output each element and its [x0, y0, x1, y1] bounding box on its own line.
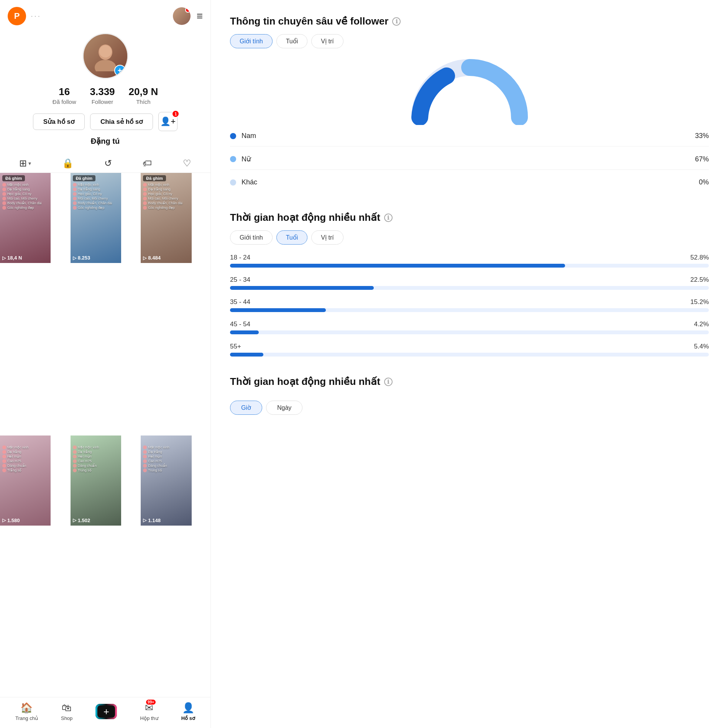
video-text: Dạ trắng: [148, 450, 162, 454]
video-text: Học giỏi, Có ny: [7, 192, 31, 196]
pinned-badge: Đã ghim: [2, 175, 25, 181]
bar-header: 45 - 54 4.2%: [230, 320, 709, 328]
tab-repost[interactable]: ↺: [104, 158, 112, 169]
tab-tagged[interactable]: 🏷: [143, 158, 152, 169]
nav-label: Hộp thư: [140, 715, 158, 721]
stat-follower: 3.339 Follower: [90, 86, 115, 105]
time-tab-Giờ[interactable]: Giờ: [230, 401, 262, 415]
top-bar-left: P ···: [8, 7, 41, 25]
video-text: Góc nghiêng đẹp: [7, 206, 34, 210]
video-cell[interactable]: Mặt mộc xinh Dạ trắng Hết mụn Cao m75 Dá…: [141, 435, 191, 526]
play-icon: ▷: [143, 255, 146, 261]
video-text-line: Hết mụn: [2, 455, 48, 458]
bar-fill: [230, 264, 565, 268]
video-text-line: Dạ trắng sang: [73, 187, 119, 191]
video-text-line: Mặt mộc xinh: [2, 183, 48, 187]
lock-icon: 🔒: [62, 158, 74, 169]
nav-add-button[interactable]: +: [95, 704, 117, 719]
share-profile-button[interactable]: Chia sẻ hồ sơ: [90, 113, 153, 130]
video-text-line: Cao m75: [143, 459, 189, 463]
video-play-count: ▷ 18,4 N: [2, 255, 22, 261]
hamburger-button[interactable]: ≡: [197, 10, 203, 22]
bar-fill: [230, 330, 259, 334]
legend-pct: 0%: [699, 178, 709, 186]
video-grid: Đã ghim Mặt mộc xinh Dạ trắng sang Học g…: [0, 173, 210, 697]
video-text: Cao m75: [148, 459, 162, 463]
activity-filter-tab-Tuổi[interactable]: Tuổi: [276, 230, 308, 245]
video-text: Dạ trắng: [78, 450, 92, 454]
avatar-add-button[interactable]: +: [114, 65, 126, 76]
video-text-line: Mũi cao, Môi cherry: [2, 197, 48, 200]
activity-info-icon[interactable]: ℹ: [384, 214, 393, 222]
video-text-line: Dạ trắng: [73, 450, 119, 454]
nav-label: Hồ sơ: [181, 715, 195, 721]
nav-item-Shop[interactable]: 🛍 Shop: [61, 702, 72, 721]
video-text: Mũi cao, Môi cherry: [148, 197, 178, 200]
nav-icon: 🏠: [20, 702, 33, 713]
video-cell[interactable]: Mặt mộc xinh Dạ trắng Hết mụn Cao m75 Dá…: [0, 435, 51, 526]
nav-item-Trang chủ[interactable]: 🏠 Trang chủ: [15, 702, 38, 721]
video-cell[interactable]: Đã ghim Mặt mộc xinh Dạ trắng sang Học g…: [141, 173, 191, 263]
video-text-line: Góc nghiêng đẹp: [2, 206, 48, 210]
video-text-line: Body chuẩn, Chân dài: [143, 201, 189, 205]
activity-filter-tab-Giới tính[interactable]: Giới tính: [230, 230, 273, 245]
nav-item-Hộp thư[interactable]: ✉ 99+ Hộp thư: [140, 702, 158, 721]
filter-tab-Giới tính[interactable]: Giới tính: [230, 34, 273, 48]
bar-range: 45 - 54: [230, 320, 250, 328]
pinned-badge: Đã ghim: [143, 175, 166, 181]
time-tab-Ngày[interactable]: Ngày: [266, 401, 302, 415]
bar-track: [230, 353, 709, 357]
play-count-text: 1.580: [7, 518, 20, 523]
filter-tab-Vị trí[interactable]: Vị trí: [311, 34, 343, 48]
tab-arrow-icon: ▾: [28, 160, 31, 166]
add-friend-button[interactable]: 👤+ 1: [158, 112, 177, 131]
bar-fill: [230, 353, 263, 357]
play-count-text: 8.253: [78, 255, 90, 261]
tab-liked[interactable]: ♡: [183, 158, 191, 169]
activity-section-1: Thời gian hoạt động nhiều nhất ℹ Giới tí…: [230, 212, 709, 357]
left-panel: P ··· ≡ + 16: [0, 0, 211, 728]
video-text: Trắng sổ: [7, 468, 21, 472]
activity-info-icon-2[interactable]: ℹ: [384, 378, 393, 386]
video-text-line: Mặt mộc xinh: [73, 445, 119, 449]
stat-likes: 20,9 N Thích: [129, 86, 158, 105]
video-text-line: Trắng sổ: [2, 468, 48, 472]
filter-tab-Tuổi[interactable]: Tuổi: [276, 34, 308, 48]
follower-title-text: Thông tin chuyên sâu về follower: [230, 15, 388, 27]
bar-fill: [230, 286, 374, 290]
video-text: Body chuẩn, Chân dài: [78, 201, 112, 205]
repost-icon: ↺: [104, 158, 112, 169]
play-icon: ▷: [2, 518, 6, 523]
video-text-overlay: Mặt mộc xinh Dạ trắng Hết mụn Cao m75 Dá…: [143, 445, 189, 472]
legend-dot: [230, 156, 236, 162]
video-text: Dáng chuẩn: [148, 464, 167, 468]
video-text: Dạ trắng sang: [7, 187, 30, 191]
bar-header: 55+ 5.4%: [230, 343, 709, 350]
legend-label: Khác: [242, 178, 699, 186]
video-cell[interactable]: Mặt mộc xinh Dạ trắng Hết mụn Cao m75 Dá…: [71, 435, 121, 526]
nav-item-Hồ sơ[interactable]: 👤 Hồ sơ: [181, 702, 195, 721]
video-text: Học giỏi, Có ny: [148, 192, 172, 196]
friend-notification-badge: 1: [172, 110, 179, 118]
edit-profile-button[interactable]: Sửa hồ sơ: [33, 113, 85, 130]
video-play-count: ▷ 8.253: [73, 255, 90, 261]
bar-range: 55+: [230, 343, 241, 350]
video-cell[interactable]: Đã ghim Mặt mộc xinh Dạ trắng sang Học g…: [71, 173, 121, 263]
video-text: Dạ trắng sang: [148, 187, 171, 191]
video-text-line: Body chuẩn, Chân dài: [2, 201, 48, 205]
video-cell[interactable]: Đã ghim Mặt mộc xinh Dạ trắng sang Học g…: [0, 173, 51, 263]
legend-pct: 33%: [695, 132, 709, 140]
avatar-small[interactable]: [173, 7, 191, 25]
bar-pct: 5.4%: [694, 343, 709, 350]
tab-grid[interactable]: ⊞ ▾: [19, 158, 31, 169]
bar-pct: 4.2%: [694, 320, 709, 328]
video-text-overlay: Mặt mộc xinh Dạ trắng sang Học giỏi, Có …: [2, 183, 48, 210]
follower-info-icon[interactable]: ℹ: [392, 17, 401, 26]
activity-filter-tab-Vị trí[interactable]: Vị trí: [311, 230, 343, 245]
bar-range: 18 - 24: [230, 254, 250, 261]
video-text-line: Dáng chuẩn: [143, 464, 189, 468]
video-text: Dáng chuẩn: [78, 464, 97, 468]
video-text: Học giỏi, Có ny: [78, 192, 102, 196]
video-text-line: Trung số: [73, 468, 119, 472]
tab-lock[interactable]: 🔒: [62, 158, 74, 169]
